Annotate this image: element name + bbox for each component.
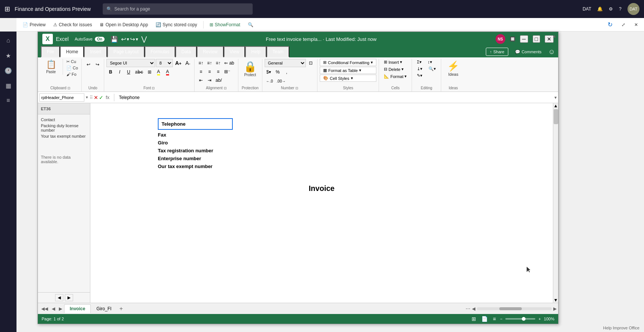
format-table-dropdown[interactable]: ▾	[359, 68, 361, 73]
scroll-up-button[interactable]: ▲	[553, 103, 558, 108]
close-fo-button[interactable]: ✕	[631, 20, 641, 30]
autosum-button[interactable]: Σ▾	[414, 59, 424, 65]
nav-next-button[interactable]: ▶	[65, 294, 73, 301]
hscroll-right[interactable]: ▶	[553, 306, 557, 311]
sync-button[interactable]: 🔄 Sync stored copy	[153, 21, 200, 29]
font-size-select[interactable]: 8	[156, 59, 173, 67]
bell-icon[interactable]: 🔔	[597, 6, 603, 12]
sheet-nav-first[interactable]: ◀◀	[39, 305, 50, 312]
delete-dropdown[interactable]: ▾	[401, 67, 404, 72]
avatar[interactable]: DAT	[628, 3, 640, 15]
cond-format-dropdown[interactable]: ▾	[371, 60, 373, 65]
tab-help[interactable]: Help	[245, 46, 267, 57]
check-issues-button[interactable]: ⚠ Check for issues	[50, 21, 95, 29]
conditional-formatting-button[interactable]: ⊞ Conditional Formatting ▾	[320, 59, 377, 66]
bold-button[interactable]: B	[106, 68, 115, 76]
help-icon[interactable]: ?	[619, 6, 622, 12]
orientation-button[interactable]: ab/	[214, 76, 223, 84]
clipboard-expand[interactable]: ⊡	[67, 86, 70, 90]
scrollbar-right[interactable]: ▲ ▼	[553, 103, 558, 303]
decrease-font-button[interactable]: A-	[184, 59, 192, 67]
normal-view-button[interactable]: ⊞	[470, 316, 477, 322]
refresh-button[interactable]: ↻	[605, 20, 616, 30]
zoom-minus[interactable]: −	[500, 317, 502, 321]
clear-button[interactable]: ✎▾	[414, 72, 425, 79]
tax-reg-cell[interactable]: Tax registration number	[158, 148, 530, 153]
tab-review[interactable]: Review	[197, 46, 223, 57]
scrollbar-thumb[interactable]	[554, 109, 558, 124]
autosave-toggle[interactable]: On	[95, 37, 105, 42]
italic-button[interactable]: I	[115, 68, 124, 76]
hscroll-thumb[interactable]	[499, 307, 522, 310]
zoom-plus[interactable]: +	[538, 317, 541, 321]
redo-button[interactable]: ↪	[130, 36, 135, 43]
name-box-dropdown[interactable]: ▾	[86, 95, 88, 100]
align-top-center-button[interactable]: ≡↑	[205, 59, 214, 67]
customize-icon[interactable]: ⋁	[141, 35, 147, 43]
dollar-button[interactable]: $▾	[265, 68, 273, 76]
sheet-nav-prev[interactable]: ◀	[50, 305, 57, 312]
cell-styles-dropdown[interactable]: ▾	[351, 76, 353, 81]
merge-center-button[interactable]: ⊞⁻	[223, 68, 232, 76]
font-color-button[interactable]: A	[163, 68, 172, 76]
tabs-menu-button[interactable]: ⋯	[466, 306, 470, 311]
tab-team[interactable]: Team	[267, 46, 289, 57]
align-top-left-button[interactable]: ≡↑	[197, 59, 205, 67]
format-dropdown[interactable]: ▾	[404, 74, 407, 79]
cell-styles-button[interactable]: 🎨 Cell Styles ▾	[320, 75, 377, 82]
sidebar-list-icon[interactable]: ≡	[2, 95, 14, 107]
redo-ribbon-button[interactable]: ↪	[93, 60, 102, 69]
enterprise-cell[interactable]: Enterprise number	[158, 156, 530, 161]
undo-dropdown[interactable]: ▾	[127, 36, 129, 43]
emoji-icon[interactable]: ☺	[548, 48, 555, 56]
save-icon[interactable]: 💾	[111, 36, 118, 43]
alignment-expand[interactable]: ⊡	[224, 86, 227, 90]
copy-button[interactable]: 📄 Co	[65, 65, 79, 71]
tax-exempt-cell[interactable]: Our tax exempt number	[158, 164, 530, 169]
waffle-icon[interactable]: ⊞	[4, 5, 10, 13]
sidebar-grid-icon[interactable]: ▦	[2, 80, 14, 92]
telephone-cell[interactable]: Telephone	[158, 118, 233, 130]
restore-icon[interactable]: 🔲	[510, 36, 515, 42]
formula-dropdown[interactable]: ▾	[554, 95, 557, 100]
page-break-view-button[interactable]: ≡	[492, 316, 497, 322]
tab-formulas[interactable]: Formulas	[145, 46, 175, 57]
share-button[interactable]: ↑ Share	[486, 48, 509, 56]
underline-button[interactable]: U	[124, 68, 133, 76]
tab-home[interactable]: Home	[60, 46, 84, 57]
sort-filter-button[interactable]: ↕▾	[425, 59, 435, 65]
font-expand[interactable]: ⊡	[152, 86, 155, 90]
cut-button[interactable]: ✂ Cu	[65, 59, 79, 65]
comments-button[interactable]: 💬 Comments	[511, 48, 545, 56]
dec-increase-button[interactable]: ←.0	[265, 77, 274, 85]
align-top-right-button[interactable]: ≡↑	[214, 59, 222, 67]
format-cells-button[interactable]: 📐 Format ▾	[381, 73, 409, 80]
fax-cell[interactable]: Fax	[158, 132, 530, 138]
sidebar-star-icon[interactable]: ★	[2, 50, 14, 62]
minimize-button[interactable]: ─	[520, 35, 528, 43]
horizontal-scrollbar[interactable]	[477, 307, 552, 310]
sheet-nav-next[interactable]: ▶	[57, 305, 64, 312]
sheet-tab-invoice[interactable]: Invoice	[64, 304, 91, 313]
nav-prev-button[interactable]: ◀	[55, 294, 63, 301]
sheet-tab-giro[interactable]: Giro_FI	[91, 304, 117, 313]
tab-page-layout[interactable]: Page Layout	[107, 46, 144, 57]
showformat-button[interactable]: ⊞ ShowFormat	[207, 21, 243, 29]
giro-cell[interactable]: Giro	[158, 140, 530, 146]
sidebar-home-icon[interactable]: ⌂	[2, 35, 14, 47]
name-box[interactable]	[39, 93, 84, 102]
undo-button[interactable]: ↩	[121, 36, 126, 43]
comma-button[interactable]: ,	[283, 68, 291, 76]
gear-icon[interactable]: ⚙	[609, 6, 613, 12]
tab-file[interactable]: File	[41, 46, 60, 57]
zoom-slider[interactable]	[505, 318, 535, 320]
ideas-button[interactable]: ⚡ Ideas	[443, 59, 463, 78]
strikethrough-button[interactable]: ab̶c̶	[133, 68, 145, 76]
maximize-button[interactable]: □	[533, 35, 540, 43]
tab-insert[interactable]: Insert	[84, 46, 107, 57]
sidebar-clock-icon[interactable]: 🕐	[2, 65, 14, 77]
find-select-button[interactable]: 🔍▾	[426, 66, 439, 72]
paste-button[interactable]: 📋 Paste	[42, 59, 60, 75]
increase-font-button[interactable]: A+	[174, 59, 183, 67]
number-format-select[interactable]: General	[265, 59, 306, 67]
